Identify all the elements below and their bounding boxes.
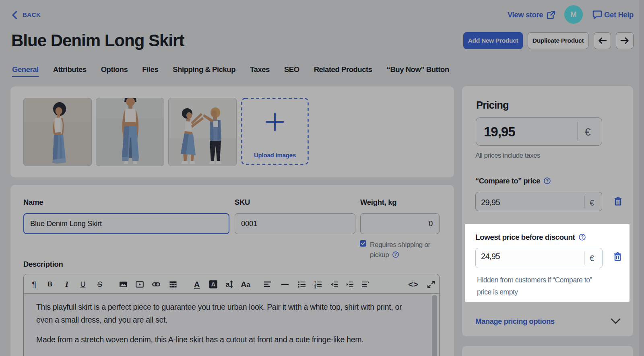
svg-text:?: ? (581, 235, 583, 239)
